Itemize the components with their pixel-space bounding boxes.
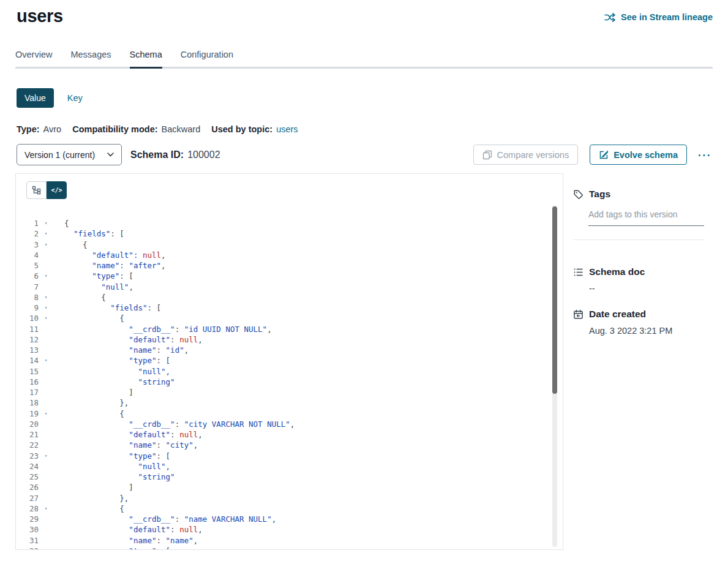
fold-spacer bbox=[39, 535, 53, 546]
line-number: 28 bbox=[16, 503, 39, 514]
code-content: "__crdb__": "city VARCHAR NOT NULL", bbox=[53, 419, 295, 429]
code-line: 25 "string" bbox=[16, 472, 563, 482]
more-actions-button[interactable]: ⋯ bbox=[696, 149, 713, 161]
compatibility-value: Backward bbox=[162, 124, 201, 134]
schema-doc-section: Schema doc -- bbox=[573, 266, 704, 293]
line-number: 16 bbox=[16, 377, 39, 387]
fold-spacer bbox=[39, 282, 53, 292]
line-number: 17 bbox=[16, 387, 39, 397]
used-by-topic-label: Used by topic: bbox=[211, 124, 272, 134]
key-subtab[interactable]: Key bbox=[67, 93, 83, 103]
topic-link[interactable]: users bbox=[276, 124, 298, 134]
code-line: 29 "__crdb__": "name VARCHAR NULL", bbox=[16, 514, 563, 524]
fold-spacer bbox=[39, 429, 53, 440]
fold-toggle-icon[interactable]: ▾ bbox=[39, 409, 53, 419]
code-line: 16 "string" bbox=[16, 377, 563, 387]
tags-input[interactable] bbox=[588, 209, 704, 226]
version-select[interactable]: Version 1 (current) bbox=[17, 144, 122, 165]
compare-versions-button[interactable]: Compare versions bbox=[473, 145, 579, 165]
line-number: 31 bbox=[16, 535, 39, 546]
fold-toggle-icon[interactable]: ▾ bbox=[39, 303, 53, 313]
stream-lineage-link[interactable]: See in Stream lineage bbox=[604, 12, 713, 22]
code-area: 1▾{2▾ "fields": [3▾ {4 "default": null,5… bbox=[16, 218, 563, 550]
line-number: 11 bbox=[16, 324, 39, 334]
fold-spacer bbox=[39, 419, 53, 429]
tab-overview[interactable]: Overview bbox=[15, 50, 52, 67]
code-view-button[interactable]: </> bbox=[47, 181, 67, 199]
tree-view-button[interactable] bbox=[26, 181, 47, 199]
code-line: 19▾ { bbox=[16, 409, 563, 419]
line-number: 29 bbox=[16, 514, 39, 524]
date-created-header: Date created bbox=[573, 309, 704, 320]
line-number: 26 bbox=[16, 482, 39, 492]
code-line: 6▾ "type": [ bbox=[16, 271, 563, 281]
code-content: "fields": [ bbox=[53, 303, 161, 313]
fold-spacer bbox=[39, 334, 53, 345]
line-number: 9 bbox=[16, 303, 39, 313]
code-line: 30 "default": null, bbox=[16, 524, 563, 535]
code-content: "name": "id", bbox=[53, 345, 189, 355]
code-content: "default": null, bbox=[53, 334, 203, 345]
code-line: 5 "name": "after", bbox=[16, 260, 563, 271]
fold-toggle-icon[interactable]: ▾ bbox=[39, 292, 53, 303]
code-content: { bbox=[53, 503, 124, 514]
code-line: 27 }, bbox=[16, 493, 563, 503]
line-number: 32 bbox=[16, 546, 39, 550]
fold-toggle-icon[interactable]: ▾ bbox=[39, 271, 53, 281]
code-line: 18 }, bbox=[16, 397, 563, 408]
stream-lineage-icon bbox=[604, 13, 616, 22]
code-content: { bbox=[53, 239, 88, 250]
fold-toggle-icon[interactable]: ▾ bbox=[39, 355, 53, 366]
schema-page: users See in Stream lineage Overview Mes… bbox=[0, 0, 728, 561]
editor-scrollbar-thumb[interactable] bbox=[552, 206, 557, 394]
code-line: 20 "__crdb__": "city VARCHAR NOT NULL", bbox=[16, 419, 563, 429]
code-content: { bbox=[53, 409, 124, 419]
code-line: 24 "null", bbox=[16, 461, 563, 472]
calendar-icon bbox=[573, 309, 584, 320]
code-content: { bbox=[53, 313, 124, 323]
code-line: 9▾ "fields": [ bbox=[16, 303, 563, 313]
code-content: }, bbox=[53, 397, 129, 408]
fold-toggle-icon[interactable]: ▾ bbox=[39, 228, 53, 239]
code-content: "null", bbox=[53, 282, 133, 292]
evolve-schema-button[interactable]: Evolve schema bbox=[590, 145, 687, 165]
line-number: 8 bbox=[16, 292, 39, 303]
code-content: "default": null, bbox=[53, 250, 166, 260]
line-number: 21 bbox=[16, 429, 39, 440]
fold-spacer bbox=[39, 493, 53, 503]
fold-toggle-icon[interactable]: ▾ bbox=[39, 313, 53, 323]
line-number: 12 bbox=[16, 334, 39, 345]
editor-view-toggle: </> bbox=[16, 174, 563, 199]
line-number: 19 bbox=[16, 409, 39, 419]
schema-doc-title: Schema doc bbox=[589, 266, 645, 277]
date-created-title: Date created bbox=[589, 309, 646, 320]
main-content: </> 1▾{2▾ "fields": [3▾ {4 "default": nu… bbox=[15, 173, 713, 550]
stream-lineage-label: See in Stream lineage bbox=[621, 12, 713, 22]
schema-sidebar: Tags Schema doc -- bbox=[563, 173, 713, 550]
code-line: 31 "name": "name", bbox=[16, 535, 563, 546]
code-content: "__crdb__": "id UUID NOT NULL", bbox=[53, 324, 272, 334]
editor-scrollbar[interactable] bbox=[552, 206, 557, 547]
fold-toggle-icon[interactable]: ▾ bbox=[39, 451, 53, 461]
page-header: users See in Stream lineage bbox=[0, 0, 728, 27]
compare-versions-icon bbox=[482, 150, 492, 160]
value-subtab[interactable]: Value bbox=[17, 88, 54, 108]
tab-schema[interactable]: Schema bbox=[130, 50, 162, 67]
fold-toggle-icon[interactable]: ▾ bbox=[39, 503, 53, 514]
fold-toggle-icon[interactable]: ▾ bbox=[39, 218, 53, 228]
fold-toggle-icon[interactable]: ▾ bbox=[39, 546, 53, 550]
tags-title: Tags bbox=[589, 189, 610, 200]
line-number: 2 bbox=[16, 228, 39, 239]
line-number: 15 bbox=[16, 366, 39, 377]
type-value: Avro bbox=[43, 124, 62, 134]
code-lines: 1▾{2▾ "fields": [3▾ {4 "default": null,5… bbox=[16, 218, 563, 550]
code-line: 23▾ "type": [ bbox=[16, 451, 563, 461]
tab-messages[interactable]: Messages bbox=[70, 50, 111, 67]
code-line: 8▾ { bbox=[16, 292, 563, 303]
fold-toggle-icon[interactable]: ▾ bbox=[39, 239, 53, 250]
date-created-value: Aug. 3 2022 3:21 PM bbox=[589, 326, 704, 336]
line-number: 5 bbox=[16, 260, 39, 271]
tab-configuration[interactable]: Configuration bbox=[181, 50, 233, 67]
fold-spacer bbox=[39, 345, 53, 355]
evolve-schema-label: Evolve schema bbox=[614, 150, 678, 160]
